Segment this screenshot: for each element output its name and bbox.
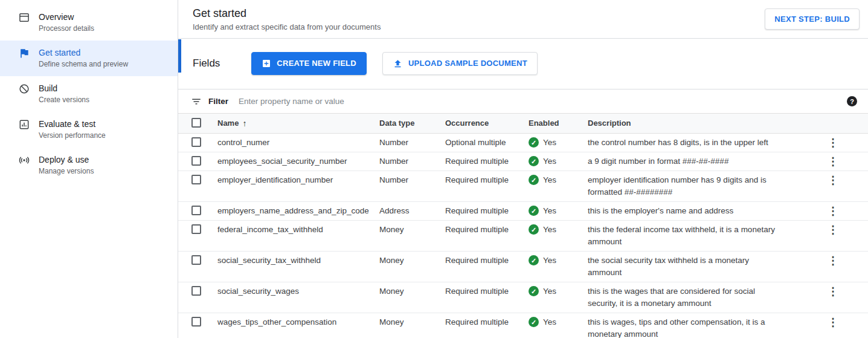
row-checkbox[interactable] <box>191 255 201 265</box>
row-menu-button[interactable]: ⋮ <box>824 285 842 297</box>
table-row[interactable]: employers_name_address_and_zip_code Addr… <box>178 202 868 221</box>
field-occurrence: Required multiple <box>445 255 529 267</box>
field-enabled: ✓ Yes <box>529 205 588 217</box>
enabled-check-icon: ✓ <box>529 255 539 265</box>
row-checkbox[interactable] <box>191 175 201 184</box>
field-enabled-label: Yes <box>543 205 556 217</box>
sidebar-item-get-started[interactable]: Get started Define schema and preview <box>0 41 178 76</box>
enabled-check-icon: ✓ <box>529 286 539 296</box>
table-row[interactable]: control_numer Number Optional multiple ✓… <box>178 134 868 152</box>
field-enabled-label: Yes <box>543 255 556 267</box>
field-occurrence: Required multiple <box>445 316 529 328</box>
sidebar-item-sublabel: Version performance <box>39 131 106 141</box>
row-menu-button[interactable]: ⋮ <box>824 155 842 167</box>
field-enabled: ✓ Yes <box>529 155 588 167</box>
field-data-type: Money <box>379 285 445 297</box>
sidebar-item-sublabel: Define schema and preview <box>39 59 128 70</box>
field-description: this is wages, tips and other compensati… <box>588 316 791 338</box>
field-name: social_security_wages <box>217 285 379 297</box>
row-menu-button[interactable]: ⋮ <box>824 137 842 149</box>
table-row[interactable]: employer_identification_number Number Re… <box>178 171 868 202</box>
table-row[interactable]: federal_income_tax_withheld Money Requir… <box>178 221 868 252</box>
help-icon[interactable]: ? <box>847 96 857 106</box>
row-checkbox[interactable] <box>191 224 201 234</box>
row-menu-button[interactable]: ⋮ <box>824 224 842 236</box>
field-enabled-label: Yes <box>543 155 556 167</box>
row-menu-button[interactable]: ⋮ <box>824 205 842 217</box>
field-occurrence: Required multiple <box>445 174 529 186</box>
sidebar-item-label: Build <box>39 82 89 94</box>
evaluate-icon <box>18 119 30 131</box>
page-subtitle: Identify and extract specific data from … <box>193 22 381 33</box>
field-enabled: ✓ Yes <box>529 224 588 236</box>
field-enabled-label: Yes <box>543 285 556 297</box>
table-row[interactable]: social_security_wages Money Required mul… <box>178 282 868 313</box>
field-data-type: Number <box>379 174 445 186</box>
sidebar-item-evaluate-test[interactable]: Evaluate & test Version performance <box>0 112 178 148</box>
upload-icon <box>393 59 403 69</box>
row-checkbox[interactable] <box>191 137 201 147</box>
field-name: wages_tips_other_compensation <box>217 316 379 328</box>
add-box-icon <box>262 59 271 68</box>
field-occurrence: Required multiple <box>445 155 529 167</box>
table-row[interactable]: wages_tips_other_compensation Money Requ… <box>178 313 868 338</box>
field-description: this the federal income tax withheld, it… <box>588 224 791 248</box>
column-header-occurrence[interactable]: Occurrence <box>445 118 529 129</box>
table-row[interactable]: employees_social_security_number Number … <box>178 152 868 171</box>
row-checkbox[interactable] <box>191 206 201 215</box>
field-name: employers_name_address_and_zip_code <box>217 205 379 217</box>
sidebar-item-build[interactable]: Build Create versions <box>0 76 178 112</box>
next-step-build-button[interactable]: NEXT STEP: BUILD <box>765 8 860 30</box>
row-checkbox[interactable] <box>191 156 201 166</box>
column-header-description[interactable]: Description <box>588 118 816 129</box>
upload-sample-document-button[interactable]: UPLOAD SAMPLE DOCUMENT <box>382 52 538 75</box>
fields-title: Fields <box>193 57 220 70</box>
sidebar-item-label: Evaluate & test <box>39 118 106 130</box>
enabled-check-icon: ✓ <box>529 206 539 216</box>
field-occurrence: Required multiple <box>445 224 529 236</box>
flag-icon <box>18 47 30 59</box>
filter-icon <box>191 96 202 107</box>
table-row[interactable]: social_security_tax_withheld Money Requi… <box>178 252 868 282</box>
field-enabled-label: Yes <box>543 316 556 328</box>
row-checkbox[interactable] <box>191 317 201 327</box>
field-enabled-label: Yes <box>543 137 556 149</box>
field-description: this is the wages that are considered fo… <box>588 285 791 310</box>
sidebar-item-deploy-use[interactable]: Deploy & use Manage versions <box>0 148 178 183</box>
field-data-type: Money <box>379 224 445 236</box>
field-enabled-label: Yes <box>543 224 556 236</box>
column-header-enabled[interactable]: Enabled <box>529 118 588 129</box>
filter-input[interactable] <box>235 94 840 108</box>
row-menu-button[interactable]: ⋮ <box>824 255 842 267</box>
build-icon <box>18 83 30 95</box>
field-name: federal_income_tax_withheld <box>217 224 379 236</box>
page-header: Get started Identify and extract specifi… <box>178 0 868 39</box>
sidebar-item-sublabel: Processor details <box>39 24 94 34</box>
upload-sample-document-label: UPLOAD SAMPLE DOCUMENT <box>408 58 527 69</box>
sidebar-item-label: Deploy & use <box>39 154 94 166</box>
row-menu-button[interactable]: ⋮ <box>824 174 842 186</box>
section-accent-bar <box>178 39 181 73</box>
enabled-check-icon: ✓ <box>529 156 539 166</box>
field-data-type: Address <box>379 205 445 217</box>
row-menu-button[interactable]: ⋮ <box>824 316 842 328</box>
field-description: the control number has 8 digits, is in t… <box>588 137 791 149</box>
enabled-check-icon: ✓ <box>529 224 539 235</box>
column-header-data-type[interactable]: Data type <box>379 118 445 129</box>
row-checkbox[interactable] <box>191 286 201 296</box>
create-new-field-button[interactable]: CREATE NEW FIELD <box>251 52 367 75</box>
select-all-checkbox[interactable] <box>191 118 201 128</box>
sidebar-item-overview[interactable]: Overview Processor details <box>0 5 178 41</box>
filter-label: Filter <box>208 97 228 106</box>
sidebar-item-label: Get started <box>39 47 128 59</box>
column-header-name[interactable]: Name ↑ <box>217 118 379 129</box>
sidebar: Overview Processor details Get started D… <box>0 0 178 338</box>
field-occurrence: Optional multiple <box>445 137 529 149</box>
table-body: control_numer Number Optional multiple ✓… <box>178 134 868 338</box>
field-occurrence: Required multiple <box>445 205 529 217</box>
sidebar-item-sublabel: Create versions <box>39 95 89 105</box>
column-header-name-label: Name <box>217 118 239 129</box>
field-description: this is the employer's name and address <box>588 205 791 217</box>
enabled-check-icon: ✓ <box>529 317 539 327</box>
field-description: employer identification number has 9 dig… <box>588 174 791 198</box>
